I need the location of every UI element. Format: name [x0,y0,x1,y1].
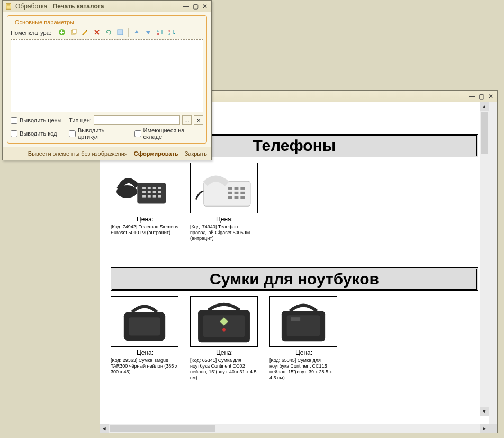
svg-rect-14 [142,187,146,189]
nomenclature-list[interactable] [11,39,203,112]
product-card: Цена:[Код: 65345] Сумка для ноутбука Con… [269,296,338,380]
dialog-title-main: Печать каталога [53,3,104,10]
product-row: Цена:[Код: 29363] Сумка Targus TAR300 чё… [111,296,478,380]
close-button[interactable]: ✕ [201,3,209,10]
scroll-right-button[interactable]: ► [480,424,489,433]
move-down-icon[interactable] [143,28,153,37]
preview-maximize-button[interactable]: ▢ [477,93,485,100]
nomenclature-label: Номенклатура: [11,29,53,36]
close-dialog-button[interactable]: Закрыть [185,150,207,157]
product-price-label: Цена: [190,349,259,356]
copy-icon[interactable] [69,28,78,37]
output-code-checkbox[interactable]: Выводить код [11,130,69,137]
vertical-scrollbar[interactable]: ▲ ▼ [480,102,489,416]
svg-rect-22 [142,195,146,198]
dialog-titlebar[interactable]: Обработка Печать каталога — ▢ ✕ [3,1,211,12]
add-icon[interactable] [57,28,67,37]
svg-rect-27 [228,187,232,190]
product-description: [Код: 29363] Сумка Targus TAR300 чёрный … [111,357,179,374]
svg-rect-17 [158,187,161,189]
svg-rect-31 [235,192,239,194]
product-image [269,296,337,347]
svg-rect-30 [228,192,232,194]
svg-rect-21 [158,191,161,193]
svg-rect-32 [240,192,245,194]
move-up-icon[interactable] [132,28,141,37]
vscroll-thumb[interactable] [481,112,488,154]
product-description: [Код: 74942] Телефон Siemens Euroset 501… [111,224,179,236]
svg-rect-6 [73,29,76,33]
product-card: Цена:[Код: 74942] Телефон Siemens Eurose… [111,163,179,241]
delete-icon[interactable] [92,28,102,37]
dialog-title: Обработка Печать каталога [15,3,181,10]
category-header: Сумки для ноутбуков [111,267,478,291]
product-price-label: Цена: [111,216,179,223]
hscroll-thumb[interactable] [110,425,215,432]
main-params-fieldset: Основные параметры Номенклатура: АЯ ЯА [7,15,207,144]
edit-icon[interactable] [80,28,90,37]
form-button[interactable]: Сформировать [134,150,178,157]
dialog-body: Основные параметры Номенклатура: АЯ ЯА [3,12,211,147]
product-price-label: Цена: [111,349,179,356]
product-card: Цена:[Код: 65341] Сумка для ноутбука Con… [190,296,259,380]
product-image [190,163,258,213]
svg-rect-34 [235,196,239,199]
output-prices-input[interactable] [11,117,17,124]
svg-rect-7 [118,30,123,35]
svg-rect-19 [148,191,151,193]
output-prices-checkbox[interactable]: Выводить цены [11,117,69,124]
price-type-input[interactable] [94,115,180,125]
output-article-checkbox[interactable]: Выводить артикул [69,127,126,140]
price-type-choose-button[interactable]: … [182,115,192,125]
sort-desc-icon[interactable]: ЯА [167,28,176,37]
fieldset-legend: Основные параметры [13,19,76,25]
vscroll-track[interactable] [480,111,489,407]
horizontal-scrollbar[interactable]: ◄ ► [100,424,497,433]
svg-rect-29 [240,187,245,190]
apply-icon[interactable] [115,28,125,37]
svg-rect-33 [228,196,232,199]
minimize-button[interactable]: — [182,3,190,10]
svg-text:Я: Я [157,33,159,36]
svg-rect-28 [235,187,239,190]
svg-rect-24 [153,195,156,198]
scroll-left-button[interactable]: ◄ [100,424,109,433]
preview-minimize-button[interactable]: — [467,93,476,100]
svg-rect-18 [142,191,146,193]
price-type-clear-button[interactable]: ✕ [194,115,203,125]
svg-rect-0 [6,3,11,9]
svg-rect-25 [158,195,161,198]
maximize-button[interactable]: ▢ [191,3,200,10]
app-icon [5,2,13,11]
scroll-up-button[interactable]: ▲ [480,102,489,111]
product-row: Цена:[Код: 74942] Телефон Siemens Eurose… [111,163,478,241]
preview-close-button[interactable]: ✕ [487,93,495,100]
svg-rect-15 [148,187,151,189]
in-stock-label: Имеющиеся на складе [143,127,203,140]
catalog-print-dialog: Обработка Печать каталога — ▢ ✕ Основные… [2,0,212,160]
hscroll-track[interactable] [109,424,480,433]
scroll-corner [489,424,497,433]
svg-rect-4 [60,32,64,33]
output-article-label: Выводить артикул [78,127,126,140]
svg-rect-13 [137,183,166,203]
output-prices-label: Выводить цены [20,117,62,123]
svg-rect-20 [153,191,156,193]
output-without-image-button[interactable]: Вывести элементы без изображения [28,150,128,157]
sort-asc-icon[interactable]: АЯ [155,28,165,37]
in-stock-input[interactable] [134,130,141,137]
svg-rect-37 [129,318,160,336]
refresh-icon[interactable] [104,28,113,37]
toolbar-separator [128,28,129,37]
product-image [111,163,178,213]
product-image [190,296,258,347]
nomenclature-toolbar: АЯ ЯА [57,28,176,37]
dialog-footer: Вывести элементы без изображения Сформир… [3,147,211,160]
output-article-input[interactable] [69,130,76,137]
output-code-label: Выводить код [20,130,57,137]
svg-point-41 [222,328,226,332]
output-code-input[interactable] [11,130,17,137]
product-description: [Код: 74940] Телефон проводной Gigaset 5… [190,224,259,241]
scroll-down-button[interactable]: ▼ [480,407,489,416]
in-stock-checkbox[interactable]: Имеющиеся на складе [134,127,203,140]
